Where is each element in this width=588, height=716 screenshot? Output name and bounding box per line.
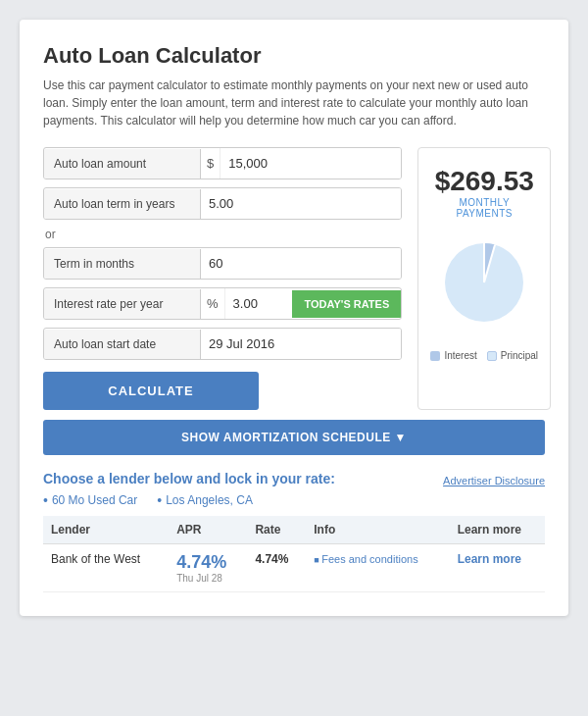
table-row: Bank of the West 4.74% Thu Jul 28 4.74% … <box>43 544 545 592</box>
lender-rate: 4.74% <box>247 544 306 592</box>
loan-amount-input[interactable] <box>220 148 401 179</box>
rate-value: 4.74% <box>255 552 288 566</box>
principal-legend-label: Principal <box>501 350 538 361</box>
page-title: Auto Loan Calculator <box>43 43 545 69</box>
right-section: $269.53 MONTHLY PAYMENTS Interest <box>417 147 551 410</box>
loan-amount-label: Auto loan amount <box>44 149 201 179</box>
loan-term-years-field: Auto loan term in years <box>43 187 402 220</box>
lender-header-row: Choose a lender below and lock in your r… <box>43 471 545 486</box>
left-section: Auto loan amount $ Auto loan term in yea… <box>43 147 402 410</box>
page-description: Use this car payment calculator to estim… <box>43 77 545 129</box>
or-text: or <box>45 228 402 241</box>
interest-rate-field: Interest rate per year % TODAY'S RATES <box>43 287 402 320</box>
fees-and-conditions-link[interactable]: Fees and conditions <box>314 553 417 565</box>
filter-bullet-1: • <box>43 492 48 508</box>
interest-legend-label: Interest <box>444 350 476 361</box>
percent-icon: % <box>201 288 225 319</box>
loan-term-months-label: Term in months <box>44 249 201 279</box>
loan-start-date-input[interactable] <box>201 329 401 359</box>
lender-table: Lender APR Rate Info Learn more Bank of … <box>43 516 545 592</box>
lender-section: Choose a lender below and lock in your r… <box>43 471 545 592</box>
apr-value: 4.74% <box>176 552 226 572</box>
col-learn-more: Learn more <box>450 516 545 544</box>
loan-term-months-field: Term in months <box>43 247 402 280</box>
loan-start-date-label: Auto loan start date <box>44 330 201 359</box>
pie-chart <box>430 229 538 336</box>
pie-legend: Interest Principal <box>430 350 538 361</box>
filter-location: • Los Angeles, CA <box>157 492 253 508</box>
filter-bullet-2: • <box>157 492 162 508</box>
apr-date: Thu Jul 28 <box>176 573 239 584</box>
interest-dot <box>430 351 440 361</box>
loan-term-years-input[interactable] <box>201 188 401 219</box>
calculator-card: Auto Loan Calculator Use this car paymen… <box>20 20 568 616</box>
interest-rate-label: Interest rate per year <box>44 289 201 319</box>
filter-car-type-label: 60 Mo Used Car <box>52 493 137 507</box>
calculate-button[interactable]: CALCULATE <box>43 372 259 410</box>
filter-location-label: Los Angeles, CA <box>166 493 253 507</box>
col-apr: APR <box>169 516 247 544</box>
monthly-payment-label: MONTHLY PAYMENTS <box>430 197 538 219</box>
lender-name: Bank of the West <box>43 544 169 592</box>
main-layout: Auto loan amount $ Auto loan term in yea… <box>43 147 545 410</box>
today-rates-button[interactable]: TODAY'S RATES <box>292 290 401 318</box>
amortization-button[interactable]: SHOW AMORTIZATION SCHEDULE ▼ <box>43 420 545 455</box>
col-rate: Rate <box>247 516 306 544</box>
loan-amount-field: Auto loan amount $ <box>43 147 402 179</box>
interest-legend-item: Interest <box>430 350 476 361</box>
learn-more-link[interactable]: Learn more <box>458 552 521 566</box>
col-lender: Lender <box>43 516 169 544</box>
col-info: Info <box>306 516 449 544</box>
principal-legend-item: Principal <box>487 350 538 361</box>
principal-dot <box>487 351 497 361</box>
lender-filters: • 60 Mo Used Car • Los Angeles, CA <box>43 492 545 508</box>
table-header-row: Lender APR Rate Info Learn more <box>43 516 545 544</box>
lender-info: Fees and conditions <box>306 544 449 592</box>
monthly-payment-amount: $269.53 <box>435 166 534 197</box>
lender-section-title: Choose a lender below and lock in your r… <box>43 471 335 486</box>
loan-term-years-label: Auto loan term in years <box>44 189 201 219</box>
dollar-icon: $ <box>201 148 220 179</box>
loan-term-months-input[interactable] <box>201 248 401 279</box>
lender-apr: 4.74% Thu Jul 28 <box>169 544 247 592</box>
filter-car-type: • 60 Mo Used Car <box>43 492 137 508</box>
advertiser-disclosure-link[interactable]: Advertiser Disclosure <box>443 475 545 486</box>
interest-rate-input[interactable] <box>225 288 293 319</box>
lender-learn-more: Learn more <box>450 544 545 592</box>
loan-start-date-field: Auto loan start date <box>43 328 402 360</box>
